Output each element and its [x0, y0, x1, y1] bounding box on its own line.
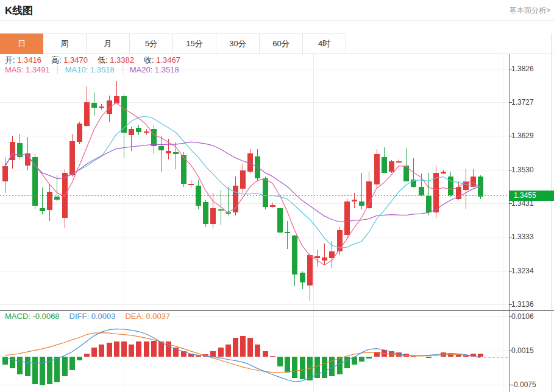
candle-body — [441, 172, 446, 173]
macd-hist-bar — [277, 357, 283, 366]
macd-hist-bar — [151, 341, 157, 357]
ohlc-high-label: 高: — [51, 55, 62, 65]
macd-hist-bar — [247, 338, 253, 357]
macd-legend: MACD: -0.0068DIFF: 0.0003DEA: 0.0037 — [5, 312, 180, 321]
macd-hist-bar — [226, 345, 231, 357]
candle-body — [314, 256, 320, 257]
macd-hist-bar — [322, 357, 327, 379]
macd-legend: MACD: -0.0068 — [5, 312, 60, 321]
ohlc-low-value: 1.3382 — [108, 55, 134, 65]
macd-hist-bar — [240, 336, 246, 357]
candle-body — [32, 157, 38, 206]
ohlc-close-label: 收: — [144, 55, 154, 65]
macd-hist-bar — [285, 357, 290, 373]
macd-hist-bar — [210, 351, 216, 357]
candle-body — [91, 103, 97, 108]
ohlc-open-value: 1.3416 — [15, 55, 41, 65]
candle-body — [129, 129, 134, 135]
macd-hist-bar — [255, 345, 260, 356]
macd-hist-bar — [158, 341, 164, 356]
macd-hist-bar — [84, 354, 90, 357]
ohlc-legend: 开: 1.3416高: 1.3470低: 1.3382收: 1.3467 — [5, 55, 190, 66]
candle-body — [352, 200, 357, 201]
candle-body — [300, 273, 305, 282]
macd-hist-bar — [77, 357, 82, 360]
macd-hist-bar — [366, 357, 372, 359]
diff-legend: DIFF: 0.0003 — [69, 312, 116, 321]
macd-hist-bar — [17, 357, 23, 375]
macd-hist-bar — [463, 355, 469, 357]
macd-hist-bar — [40, 357, 45, 385]
candle-body — [69, 141, 75, 175]
candle-body — [2, 166, 8, 181]
tab-month[interactable]: 月 — [87, 33, 130, 54]
macd-hist-bar — [69, 357, 75, 371]
ohlc-close: 收: 1.3467 — [144, 55, 180, 66]
ma5-legend: MA5: 1.3491 — [5, 65, 57, 74]
candle-body — [54, 197, 60, 200]
tab-m15[interactable]: 15分 — [173, 33, 216, 54]
candle-body — [158, 146, 164, 150]
macd-hist-bar — [300, 357, 305, 380]
candle-body — [196, 186, 201, 206]
candle-body — [107, 100, 112, 114]
macd-hist-bar — [478, 354, 483, 357]
macd-hist-bar — [359, 357, 364, 362]
ohlc-high-value: 1.3470 — [62, 55, 88, 65]
candle-body — [263, 178, 268, 207]
current-price-badge: 1.3455 — [510, 191, 554, 201]
page-title: K线图 — [5, 4, 33, 18]
macd-hist-bar — [136, 341, 141, 356]
macd-hist-bar — [32, 357, 38, 385]
dea-legend: DEA: 0.0037 — [125, 312, 170, 321]
candle-body — [203, 202, 208, 223]
kline-widget: K线图 基本面分析> 日周月5分15分30分60分4时 开: 1.3416高: … — [0, 0, 554, 392]
candle-body — [47, 192, 52, 210]
candle-body — [307, 255, 313, 285]
candle-body — [270, 205, 275, 206]
macd-hist-bar — [25, 357, 30, 377]
macd-hist-bar — [292, 357, 297, 379]
ma-legend: MA5: 1.3491MA10: 1.3518MA20: 1.3518 — [5, 65, 186, 74]
candle-body — [255, 156, 260, 178]
macd-hist-bar — [107, 343, 112, 356]
macd-hist-bar — [10, 357, 15, 369]
candle-body — [344, 201, 350, 235]
fundamental-analysis-link[interactable]: 基本面分析> — [510, 5, 550, 16]
macd-hist-bar — [129, 345, 134, 357]
candle-body — [144, 131, 149, 133]
candle-body — [188, 184, 194, 185]
candle-body — [292, 236, 297, 274]
candle-body — [329, 251, 335, 258]
candle-body — [84, 102, 90, 126]
macd-hist-bar — [218, 348, 224, 356]
candle-body — [210, 208, 216, 224]
candle-body — [426, 196, 431, 212]
macd-hist-bar — [54, 357, 60, 383]
macd-hist-bar — [233, 338, 238, 356]
macd-hist-bar — [91, 348, 97, 356]
ohlc-high: 高: 1.3470 — [51, 55, 88, 66]
tab-h4[interactable]: 4时 — [303, 33, 346, 54]
tab-m5[interactable]: 5分 — [130, 33, 173, 54]
candle-body — [240, 170, 246, 189]
tab-week[interactable]: 周 — [43, 33, 87, 54]
candle-body — [99, 107, 104, 108]
macd-hist-bar — [121, 341, 127, 357]
tab-m60[interactable]: 60分 — [260, 33, 303, 54]
tab-day[interactable]: 日 — [0, 33, 43, 54]
timeframe-tabs: 日周月5分15分30分60分4时 — [0, 33, 554, 54]
candle-body — [322, 257, 327, 261]
candle-body — [77, 124, 82, 142]
tab-m30[interactable]: 30分 — [216, 33, 260, 54]
macd-hist-bar — [114, 341, 119, 356]
candle-body — [136, 128, 141, 132]
candle-body — [419, 187, 424, 195]
macd-hist-bar — [329, 357, 335, 377]
candle-body — [121, 96, 127, 133]
macd-hist-bar — [99, 345, 104, 356]
ohlc-open-label: 开: — [5, 55, 15, 65]
candle-body — [374, 154, 380, 184]
macd-hist-bar — [270, 356, 275, 357]
ohlc-low: 低: 1.3382 — [98, 55, 134, 66]
